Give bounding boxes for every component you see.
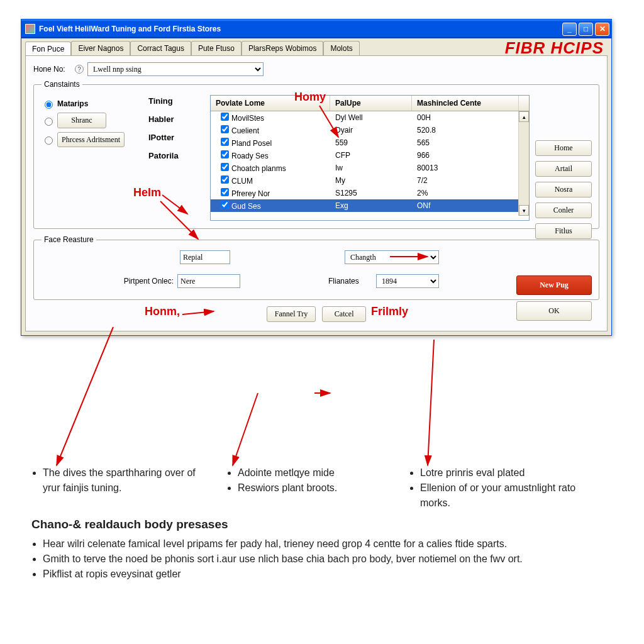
hone-select[interactable]: Lwell nnp ssing (87, 62, 264, 76)
fannel-button[interactable]: Fannel Try (267, 306, 316, 322)
hone-label: Hone No: (33, 65, 71, 74)
help-icon[interactable]: ? (75, 65, 84, 74)
fitlus-button[interactable]: Fitlus (535, 223, 592, 239)
radio-matarips[interactable] (45, 101, 53, 109)
close-button[interactable]: ✕ (595, 23, 609, 36)
col-povlate[interactable]: Povlate Lome (211, 96, 330, 111)
row-checkbox[interactable] (221, 150, 229, 158)
brand-text: FIBR HCIPS (505, 40, 604, 56)
svg-line-7 (233, 393, 258, 465)
changth-select[interactable]: Changth (345, 250, 439, 264)
artail-button[interactable]: Artail (535, 161, 592, 177)
constants-group: Canstaints Matarips Shranc Phrcess Adrit… (33, 80, 599, 229)
table-row[interactable]: Pland Posel559565 (211, 136, 529, 149)
row-checkbox[interactable] (221, 125, 229, 133)
table-row[interactable]: Pfrerey NorS12952% (211, 187, 529, 199)
svg-line-6 (57, 327, 113, 465)
window-title: Foel Vieft HelilWard Tuning and Ford Fir… (39, 25, 221, 33)
radio-matarips-label: Matarips (57, 99, 88, 108)
tab-bar: Fon Puce Eiver Nagnos Corract Tagus Pute… (21, 38, 611, 55)
radio-column: Matarips Shranc Phrcess Adritsment (42, 95, 142, 221)
label-patorila: Patorila (148, 151, 204, 160)
pirt-label: Pirtpent Onlec: (111, 277, 174, 286)
shranc-button[interactable]: Shranc (57, 113, 106, 128)
listview[interactable]: Povlate Lome PalUpe Mashincled Cente Mov… (210, 95, 530, 221)
listview-wrap: Povlate Lome PalUpe Mashincled Cente Mov… (210, 95, 530, 221)
lv-header: Povlate Lome PalUpe Mashincled Cente (211, 96, 529, 111)
svg-line-8 (428, 340, 434, 465)
constants-legend: Canstaints (42, 80, 82, 89)
bullet-b2: Gmith to terve the noed be phonis sort i… (43, 552, 610, 567)
scrollbar[interactable]: ▴ ▾ (518, 111, 529, 216)
repial-input[interactable] (180, 250, 230, 264)
row-checkbox[interactable] (221, 201, 229, 209)
row-checkbox[interactable] (221, 163, 229, 171)
pirt-input[interactable] (177, 274, 240, 288)
app-window: Foel Vieft HelilWard Tuning and Ford Fir… (21, 19, 612, 336)
titlebar[interactable]: Foel Vieft HelilWard Tuning and Ford Fir… (21, 19, 611, 38)
tab-corract-tagus[interactable]: Corract Tagus (130, 41, 191, 55)
maximize-button[interactable]: □ (579, 23, 593, 36)
bullet-col2a: Adointe metlqye mide (238, 465, 390, 480)
app-icon (25, 24, 35, 34)
flian-select[interactable]: 1894 (376, 274, 439, 288)
row-checkbox[interactable] (221, 113, 229, 121)
bullet-col1a: The dives the sparthharing over of yrur … (43, 465, 208, 496)
face-legend: Face Reasture (42, 235, 96, 244)
bullet-col3a: Lotre prinris eval plated (420, 465, 597, 480)
table-row[interactable]: Roady SesCFP966 (211, 149, 529, 162)
tab-molots[interactable]: Molots (323, 41, 359, 55)
face-group: Face Reasture Pirtpent Onlec: Changth (33, 235, 599, 300)
table-row[interactable]: CuelientDyair520.8 (211, 124, 529, 136)
phrcess-button[interactable]: Phrcess Adritsment (57, 132, 125, 147)
label-ipotter: IPotter (148, 133, 204, 142)
scroll-up-icon[interactable]: ▴ (519, 111, 529, 122)
new-pug-button[interactable]: New Pug (516, 275, 592, 295)
bottom-buttons: Fannel Try Catcel (33, 306, 599, 322)
row-checkbox[interactable] (221, 188, 229, 196)
nosra-button[interactable]: Nosra (535, 182, 592, 197)
conler-button[interactable]: Conler (535, 203, 592, 218)
bullet-b1: Hear wilri celenate famical Ievel pripam… (43, 536, 610, 552)
bullets-block: The dives the sparthharing over of yrur … (31, 465, 610, 582)
col-mashincled[interactable]: Mashincled Cente (412, 96, 519, 111)
col-palupe[interactable]: PalUpe (330, 96, 412, 111)
ok-button[interactable]: OK (516, 301, 592, 321)
table-row[interactable]: Gud SesExgONf (211, 199, 529, 212)
tab-body: Hone No: ? Lwell nnp ssing Canstaints Ma… (25, 55, 608, 331)
table-row[interactable]: CLUMMy7/2 (211, 174, 529, 187)
home-button[interactable]: Home (535, 140, 592, 156)
bullets-heading: Chano-& realdauch body presases (31, 516, 610, 534)
table-row[interactable]: Choatch planmsIw80013 (211, 162, 529, 174)
tab-pute-ftuso[interactable]: Pute Ftuso (191, 41, 242, 55)
bullet-col2b: Reswiors plant broots. (238, 480, 390, 496)
radio-phrcess[interactable] (45, 136, 53, 145)
label-tining: Tining (148, 96, 204, 106)
bullet-col3b: Ellenion of or your amustnlight rato mor… (420, 480, 597, 511)
ok-area: New Pug OK (516, 275, 592, 321)
mid-labels: Tining Habler IPotter Patorila (148, 95, 204, 221)
radio-shranc[interactable] (45, 118, 53, 126)
flian-label: Flianates (328, 277, 372, 286)
tab-plarsreps[interactable]: PlarsReps Wobimos (242, 41, 323, 55)
minimize-button[interactable]: _ (562, 23, 577, 36)
row-checkbox[interactable] (221, 175, 229, 184)
catcel-button[interactable]: Catcel (322, 306, 366, 322)
scroll-down-icon[interactable]: ▾ (519, 205, 529, 216)
lv-body: MovilStesDyl Well00HCuelientDyair520.8Pl… (211, 111, 529, 216)
bullet-b3: Pikflist at ropis eveysinat getler (43, 567, 610, 582)
tab-eiver-nagnos[interactable]: Eiver Nagnos (71, 41, 130, 55)
side-buttons: Home Artail Nosra Conler Fitlus (535, 140, 592, 239)
tab-fon-puce[interactable]: Fon Puce (25, 42, 71, 56)
table-row[interactable]: MovilStesDyl Well00H (211, 111, 529, 124)
label-habler: Habler (148, 114, 204, 124)
row-checkbox[interactable] (221, 138, 229, 146)
